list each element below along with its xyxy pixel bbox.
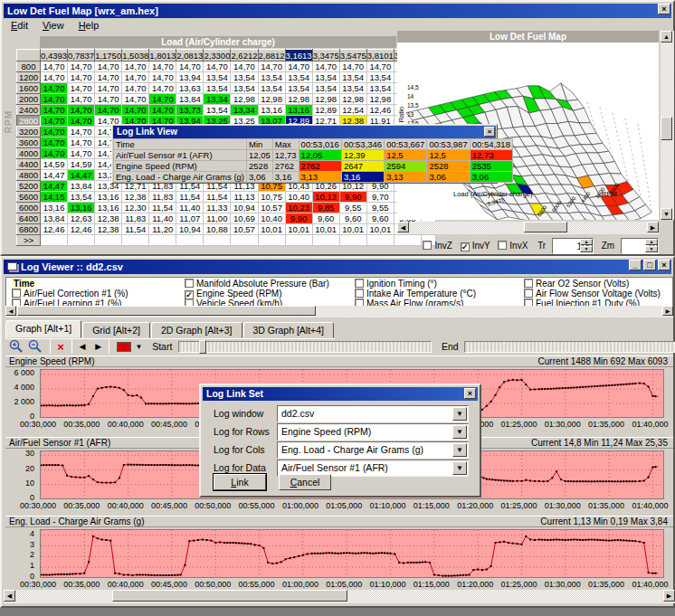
map-cell[interactable]: 14,70 [41, 148, 68, 159]
map-col-header[interactable]: 1,8013 [149, 50, 176, 62]
map-cell[interactable]: 13,54 [258, 72, 285, 83]
invx-checkbox[interactable]: InvX [498, 241, 528, 251]
map-cell[interactable]: 11,54 [122, 224, 149, 235]
scroll-right-icon[interactable]: ▶ [663, 590, 675, 602]
map-cell[interactable]: 14,70 [68, 137, 95, 148]
channel-checkbox[interactable] [355, 289, 364, 298]
map-cell[interactable]: 13,54 [258, 83, 285, 94]
map-cell[interactable]: 13,54 [285, 83, 312, 94]
scroll-down-icon[interactable]: ▼ [661, 208, 672, 220]
map-cell[interactable]: 13,84 [41, 213, 68, 224]
close-icon[interactable]: × [658, 4, 670, 14]
link-button[interactable]: Link [214, 474, 266, 490]
map-col-header[interactable]: 3,3475 [312, 50, 339, 62]
map-cell[interactable]: 10,75 [258, 192, 285, 203]
graph-hscrollbar[interactable]: ◀ ▶ [4, 590, 675, 603]
channel-checkbox[interactable] [185, 299, 194, 306]
map-cell[interactable]: 12,98 [312, 94, 339, 105]
map-cell[interactable]: 14,47 [41, 181, 68, 192]
map-cell[interactable]: 11,20 [149, 224, 176, 235]
map-cell[interactable]: 13,16 [258, 105, 285, 116]
channel-item[interactable]: Mass Air Flow (grams/s) [355, 299, 463, 306]
map-cell[interactable]: 13,16 [95, 203, 122, 213]
map-cell[interactable]: 10,01 [258, 224, 285, 235]
map-row-header[interactable]: 4400 [17, 159, 41, 170]
dialog-dropdown-3[interactable]: Eng. Load - Charge Air Grams (g)▼ [277, 441, 469, 459]
map-cell[interactable]: 13,54 [339, 83, 366, 94]
map-cell[interactable]: 10,40 [285, 192, 312, 203]
map-cell[interactable]: 10,01 [366, 224, 394, 235]
map-cell[interactable]: 14,70 [95, 72, 122, 83]
graph-hscroll-thumb[interactable] [112, 590, 347, 602]
map-cell[interactable]: 13,54 [366, 83, 394, 94]
map-cell[interactable]: 14,59 [41, 159, 68, 170]
maximize-icon[interactable]: □ [643, 260, 656, 270]
channel-item[interactable]: Air Flow Sensor Voltage (Volts) [524, 289, 661, 299]
map-cell[interactable]: 10,94 [176, 224, 204, 235]
chevron-down-icon[interactable]: ▼ [452, 461, 467, 475]
channel-item[interactable]: Intake Air Temperature (°C) [355, 289, 476, 299]
map-cell[interactable]: 14,70 [149, 62, 176, 72]
map-cell[interactable]: 14,70 [68, 62, 95, 72]
map-cell[interactable]: 14,70 [41, 62, 68, 72]
channel-checkbox[interactable] [12, 289, 21, 298]
channel-checkbox[interactable] [355, 299, 364, 306]
map-cell[interactable]: 14,70 [122, 94, 149, 105]
map-cell[interactable]: 14,15 [41, 192, 68, 203]
map-row-header[interactable]: 4000 [17, 148, 41, 159]
map-cell[interactable]: 12,46 [366, 105, 394, 116]
map-cell[interactable]: 13,54 [312, 83, 339, 94]
eng-load-plot[interactable] [40, 529, 664, 578]
map-cell[interactable]: 14,70 [68, 94, 95, 105]
map-cell[interactable]: 13,54 [231, 83, 258, 94]
next-icon[interactable]: ▶ [95, 342, 101, 351]
map-cell[interactable]: 10,12 [312, 192, 339, 203]
map-cell[interactable]: 14,70 [149, 72, 176, 83]
map-col-header[interactable]: 0,7837 [68, 50, 95, 62]
log-link-view-titlebar[interactable]: Log Link View [113, 126, 496, 138]
map-cell[interactable]: 14,70 [41, 116, 68, 127]
menu-edit[interactable]: Edit [4, 18, 35, 33]
map-cell[interactable]: 9,60 [366, 213, 394, 224]
map-cell[interactable]: 9,55 [366, 203, 394, 213]
map-col-header[interactable]: 2,8812 [258, 50, 285, 62]
map-cell[interactable]: 12,38 [122, 192, 149, 203]
map-cell[interactable]: 13,54 [285, 72, 312, 83]
map-cell[interactable]: 14,70 [95, 83, 122, 94]
log-viewer-titlebar[interactable]: Log Viewer :: dd2.csv [4, 260, 671, 274]
map-cell[interactable]: 13,54 [231, 72, 258, 83]
tr-spin-down-icon[interactable]: ▼ [580, 246, 593, 252]
map-cell[interactable]: 13,34 [231, 105, 258, 116]
invx-checkbox-box[interactable] [498, 241, 507, 250]
map-cell[interactable]: 12,98 [285, 94, 312, 105]
dialog-dropdown-1[interactable]: dd2.csv▼ [277, 405, 469, 422]
map-cell[interactable]: 14,70 [41, 105, 68, 116]
map-row-header[interactable]: 2000 [17, 94, 41, 105]
tab-3d[interactable]: 3D Graph [Alt+4] [243, 322, 335, 338]
map-cell[interactable]: 13,73 [176, 105, 204, 116]
map-cell[interactable]: 14,70 [41, 127, 68, 137]
map-cell[interactable]: 10,01 [339, 224, 366, 235]
plot3d-hscroll-thumb[interactable] [524, 222, 567, 232]
map-row-header[interactable]: 5200 [17, 181, 41, 192]
channel-list-hscrollbar[interactable]: ◀ ▶ [5, 306, 673, 317]
start-slider[interactable] [178, 341, 432, 353]
scroll-left-icon[interactable]: ◀ [397, 222, 409, 232]
minimize-icon[interactable]: _ [629, 260, 642, 270]
map-cell[interactable]: 14,70 [231, 62, 258, 72]
channel-item[interactable]: Air/Fuel Correction #1 (%) [12, 289, 128, 299]
map-row-header[interactable]: 4800 [17, 170, 41, 181]
map-cell[interactable]: 14,70 [68, 72, 95, 83]
map-col-header[interactable]: 3,1613 [285, 50, 312, 62]
chevron-down-icon[interactable]: ▼ [452, 407, 467, 421]
map-col-header[interactable]: 3,8101 [366, 50, 394, 62]
channel-item[interactable]: Air/Fuel Learning #1 (%) [12, 299, 121, 306]
map-cell[interactable]: 13,54 [204, 83, 231, 94]
map-col-header[interactable]: 2,3300 [204, 50, 231, 62]
map-cell[interactable]: 14,70 [95, 94, 122, 105]
map-cell[interactable]: 14,70 [285, 62, 312, 72]
map-row-header[interactable]: 3200 [17, 127, 41, 137]
map-cell[interactable]: 14,70 [149, 105, 176, 116]
channel-checkbox[interactable] [524, 279, 533, 288]
map-cell[interactable]: 14,70 [176, 62, 204, 72]
